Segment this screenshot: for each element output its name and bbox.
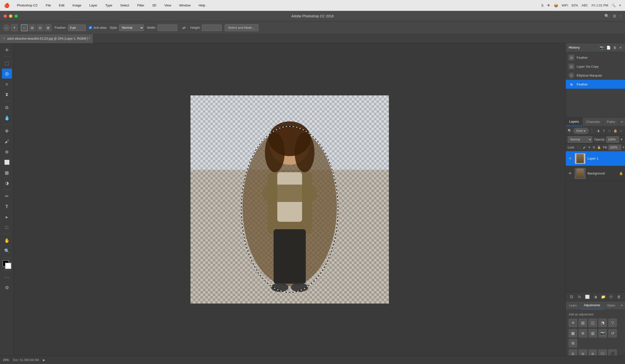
add-mask-btn[interactable]: ⬜ — [584, 293, 591, 300]
crop-tool[interactable]: ⧉ — [2, 103, 12, 112]
spotlight-icon[interactable]: 🔍 — [612, 3, 616, 7]
layer-item-background[interactable]: 👁 Background 🔒 — [566, 166, 625, 181]
adj-panel-menu[interactable]: ≡ — [619, 301, 625, 309]
hand-tool[interactable]: ✋ — [2, 236, 12, 246]
menu-window[interactable]: Window — [178, 3, 192, 8]
add-style-btn[interactable]: fx — [576, 293, 583, 300]
fill-arrow[interactable]: ▼ — [622, 146, 625, 149]
blend-mode-select[interactable]: Normal Dissolve Multiply Screen Overlay — [568, 136, 592, 143]
history-panel-header[interactable]: History 📷 📄 🗑 ✕ — [566, 43, 625, 52]
eraser-tool[interactable]: ⬜ — [2, 157, 12, 167]
feather-input[interactable] — [68, 25, 86, 31]
photo-filter-btn[interactable]: 📷 — [598, 329, 607, 337]
filter-smart-btn[interactable]: 🔒 — [613, 128, 617, 134]
menu-edit[interactable]: Edit — [58, 3, 66, 8]
color-swatches[interactable] — [2, 260, 11, 269]
subtract-selection-btn[interactable]: ⊟ — [37, 24, 44, 31]
anti-alias-checkbox[interactable] — [89, 26, 92, 29]
path-select-tool[interactable]: ▸ — [2, 212, 12, 222]
visibility-background[interactable]: 👁 — [568, 171, 573, 176]
ellipse-select-tool[interactable]: ◎ — [2, 69, 12, 79]
tab-adjustments[interactable]: Adjustments — [580, 301, 604, 309]
height-input[interactable] — [202, 25, 222, 31]
history-item-elliptical-marquee[interactable]: ◎ Elliptical Marquee — [566, 71, 625, 80]
filter-toggle-btn[interactable]: ○ — [619, 128, 623, 134]
doc-tab-main[interactable]: ✕ adult-attractive-beautiful-61120.jpg @… — [0, 34, 93, 43]
select-and-mask-button[interactable]: Select and Mask… — [225, 24, 258, 31]
link-layers-btn[interactable]: ⛓ — [568, 293, 575, 300]
fill-input[interactable] — [608, 145, 621, 150]
lasso-tool[interactable]: ⌾ — [2, 79, 12, 89]
panel-icon[interactable]: ⊞ — [613, 14, 616, 18]
delete-layer-btn[interactable]: 🗑 — [616, 293, 623, 300]
menu-select[interactable]: Select — [119, 3, 131, 8]
filter-pixel-btn[interactable]: ⬛ — [590, 128, 594, 134]
quick-select-tool[interactable]: ⧗ — [2, 89, 12, 99]
status-arrow[interactable]: ▶ — [43, 358, 45, 362]
bw-btn[interactable]: ▥ — [589, 329, 597, 337]
history-new-doc-btn[interactable]: 📄 — [606, 46, 611, 50]
history-item-layer-via-copy[interactable]: ▤ Layer Via Copy — [566, 62, 625, 71]
visibility-layer1[interactable]: 👁 — [568, 156, 573, 161]
exposure-btn[interactable]: ⬔ — [598, 319, 607, 327]
threshold-btn[interactable]: ⧄ — [589, 349, 597, 356]
layers-panel-menu[interactable]: ≡ — [619, 117, 625, 126]
posterize-btn[interactable]: ⧅ — [579, 349, 587, 356]
history-item-feather-2[interactable]: ▤ Feather — [566, 80, 625, 89]
filter-kind-select[interactable]: Kind — [575, 129, 587, 133]
new-selection-btn[interactable]: □ — [21, 24, 28, 31]
menu-type[interactable]: Type — [104, 3, 114, 8]
close-panel-btn[interactable]: ✕ — [619, 46, 622, 50]
add-selection-btn[interactable]: ⊞ — [29, 24, 36, 31]
canvas-area[interactable]: .marching-ants { fill: none; stroke: #00… — [14, 43, 565, 356]
share-icon[interactable]: ↑ — [620, 14, 622, 18]
tab-channels[interactable]: Channels — [583, 117, 603, 126]
tab-paths[interactable]: Paths — [603, 117, 619, 126]
tab-styles[interactable]: Styles — [604, 301, 619, 309]
curves-btn[interactable]: ◫ — [589, 319, 597, 327]
shape-tool[interactable]: □ — [2, 223, 12, 232]
menu-3d[interactable]: 3D — [151, 3, 158, 8]
heal-tool[interactable]: ✙ — [2, 126, 12, 136]
eyedrop-tool[interactable]: 💧 — [2, 113, 12, 123]
brush-tool[interactable]: 🖌 — [2, 137, 12, 146]
lock-transparent-btn[interactable]: ⬛ — [577, 145, 581, 150]
extra-tools[interactable]: ⋯ — [2, 272, 12, 282]
menu-help[interactable]: Help — [197, 3, 207, 8]
opacity-input[interactable] — [606, 136, 619, 143]
selective-color-btn[interactable]: ⬛ — [608, 349, 617, 356]
filter-type-btn[interactable]: T — [602, 128, 606, 134]
width-input[interactable] — [157, 25, 177, 31]
lock-all-btn[interactable]: 🔒 — [597, 145, 601, 150]
new-layer-btn[interactable]: ➕ — [608, 293, 615, 300]
tool-mode-single[interactable]: ○ — [3, 24, 10, 31]
history-snapshot-btn[interactable]: 📷 — [600, 46, 604, 50]
tab-learn[interactable]: Learn — [566, 301, 580, 309]
style-select[interactable]: Normal Fixed Ratio Fixed Size — [119, 25, 144, 31]
pen-tool[interactable]: ✏ — [2, 191, 12, 201]
close-tab-button[interactable]: ✕ — [3, 37, 5, 40]
filter-shape-btn[interactable]: □ — [607, 128, 612, 134]
lock-position-btn[interactable]: ✛ — [588, 145, 591, 150]
gradient-tool[interactable]: ▦ — [2, 168, 12, 178]
lock-image-btn[interactable]: 🖌 — [583, 145, 586, 150]
channel-mixer-btn[interactable]: ↺ — [608, 329, 617, 337]
rect-select-tool[interactable]: ⬚ — [2, 58, 12, 68]
notifications-icon[interactable]: ≡ — [619, 3, 621, 7]
search-icon[interactable]: 🔍 — [604, 14, 609, 18]
apple-logo[interactable]: 🍎 — [4, 3, 9, 8]
menu-layer[interactable]: Layer — [88, 3, 99, 8]
color-lookup-btn[interactable]: ⊞ — [569, 339, 577, 347]
color-balance-btn[interactable]: ⊛ — [579, 329, 587, 337]
menu-image[interactable]: Image — [71, 3, 83, 8]
maximize-button[interactable] — [14, 14, 18, 18]
filter-adjustment-btn[interactable]: ◑ — [596, 128, 600, 134]
levels-btn[interactable]: ▤ — [579, 319, 587, 327]
move-tool[interactable]: ✛ — [2, 45, 12, 55]
layer-item-layer1[interactable]: 👁 Layer 1 — [566, 151, 625, 166]
close-button[interactable] — [3, 14, 7, 18]
tool-dropdown-arrow[interactable]: ▼ — [11, 24, 18, 31]
edit-toolbar[interactable]: ⚙ — [2, 283, 12, 293]
invert-btn[interactable]: ⧄ — [569, 349, 577, 356]
clone-tool[interactable]: ⊕ — [2, 147, 12, 157]
